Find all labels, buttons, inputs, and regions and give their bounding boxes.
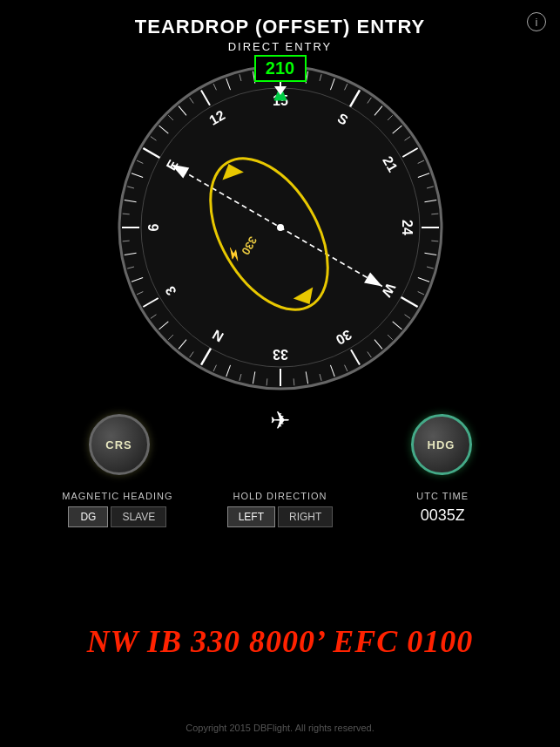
dg-button[interactable]: DG [68,506,108,527]
info-button[interactable]: i [527,12,546,31]
left-button[interactable]: LEFT [227,506,275,527]
page-title: TEARDROP (OFFSET) ENTRY [0,16,560,38]
clearance-text: NW IB 330 8000’ EFC 0100 [0,623,560,660]
slave-button[interactable]: SLAVE [111,506,166,527]
header: TEARDROP (OFFSET) ENTRY DIRECT ENTRY [0,0,560,53]
magnetic-heading-label: MAGNETIC HEADING [37,491,199,501]
svg-text:33: 33 [273,347,288,362]
utc-group: UTC TIME 0035Z [361,491,524,525]
controls-row: MAGNETIC HEADING DG SLAVE HOLD DIRECTION… [28,491,533,527]
copyright: Copyright 2015 DBFlight. All rights rese… [0,723,560,733]
hold-direction-group: HOLD DIRECTION LEFT RIGHT [199,491,361,527]
page-subtitle: DIRECT ENTRY [0,40,560,53]
magnetic-heading-group: MAGNETIC HEADING DG SLAVE [37,491,199,527]
svg-text:6: 6 [146,223,161,231]
utc-value: 0035Z [361,506,524,525]
compass-rose: N 3 6 E 12 15 S 21 [115,62,446,393]
svg-text:24: 24 [400,220,415,235]
right-button[interactable]: RIGHT [278,506,333,527]
heading-arrow [274,86,287,95]
heading-box: 210 [254,55,307,82]
hold-direction-label: HOLD DIRECTION [199,491,361,501]
svg-point-94 [277,224,284,231]
airplane-symbol: ✈ [0,406,560,435]
hsi-container: 210 N 3 6 E [115,62,446,393]
utc-label: UTC TIME [361,491,524,501]
